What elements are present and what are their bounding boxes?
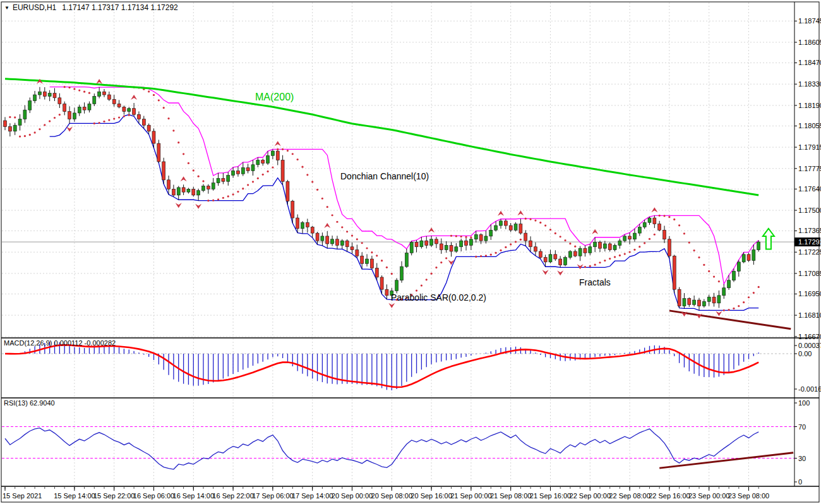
candle [340, 241, 344, 245]
price-axis-label: 1.17500 [798, 207, 821, 214]
candle [559, 259, 562, 265]
candle [28, 101, 32, 110]
candle [707, 297, 710, 301]
chart-window[interactable]: 1.187451.186051.184701.183301.181901.180… [0, 0, 821, 504]
chart-canvas[interactable]: 1.187451.186051.184701.183301.181901.180… [0, 0, 821, 504]
psar-dot [470, 236, 472, 238]
psar-dot [584, 266, 586, 268]
psar-dot [167, 117, 169, 119]
macd-axis-label: 0.00 [798, 350, 812, 357]
psar-dot [351, 234, 353, 236]
time-axis-label: 16 Sep 22:00 [212, 492, 253, 500]
fractal-down-arrow [577, 264, 584, 269]
psar-dot [193, 169, 195, 171]
rsi-layer[interactable] [2, 427, 794, 470]
psar-dot [440, 261, 442, 263]
buy-signal-arrow[interactable] [763, 229, 774, 249]
time-axis-label: 15 Sep 14:00 [54, 492, 95, 500]
candle [474, 235, 477, 239]
psar-dot [321, 198, 323, 200]
psar-dot [435, 267, 437, 268]
candle [133, 109, 136, 115]
psar-dot [515, 241, 517, 243]
price-axis-label: 1.18745 [798, 17, 821, 25]
psar-dot [554, 232, 556, 234]
psar-dot [450, 235, 452, 237]
time-axis-label: 22 Sep 08:00 [609, 492, 650, 500]
candle [98, 92, 101, 96]
candle [450, 245, 453, 251]
candle [167, 180, 171, 189]
candle [737, 262, 740, 271]
candle [623, 236, 626, 241]
price-axis-label: 1.18605 [798, 39, 821, 46]
psar-dot [99, 122, 100, 124]
candle [222, 178, 225, 181]
candle [207, 186, 210, 189]
price-axis-label: 1.17775 [798, 165, 821, 172]
candle [33, 95, 37, 101]
psar-dot [242, 188, 244, 189]
price-axis-label: 1.16810 [798, 311, 821, 319]
psar-dot [207, 200, 209, 201]
title-symbol: EURUSD,H1 [13, 3, 56, 12]
candle [63, 104, 66, 111]
psar-dot [332, 214, 333, 216]
psar-dot [723, 309, 725, 311]
rsi-trendline[interactable] [659, 453, 793, 468]
candle [78, 107, 81, 113]
candle [698, 300, 701, 306]
time-axis-label: 15 Sep 22:00 [93, 492, 135, 500]
candle [83, 107, 86, 110]
time-axis-label: 16 Sep 14:00 [173, 492, 214, 500]
candle [445, 245, 448, 249]
price-trendline[interactable] [669, 311, 791, 329]
candle [271, 151, 274, 155]
psar-dot [633, 249, 635, 251]
psar-dot [14, 116, 16, 118]
symbol-dropdown-icon[interactable]: ▼ [4, 5, 9, 11]
candle [301, 222, 304, 229]
candle [717, 296, 721, 303]
candle [757, 242, 760, 250]
candle [693, 300, 696, 304]
psar-dot [188, 162, 189, 164]
time-axis-label: 22 Sep 16:00 [649, 492, 690, 500]
candle [440, 244, 443, 250]
rsi-axis[interactable]: 10070300 [794, 399, 810, 486]
macd-axis[interactable]: 0.0003750.00-0.001627 [794, 342, 821, 393]
price-axis[interactable]: 1.187451.186051.184701.183301.181901.180… [794, 17, 821, 340]
candle [534, 247, 537, 251]
psar-dot [118, 116, 120, 118]
psar-dot [277, 148, 279, 150]
candle [578, 248, 582, 256]
time-axis[interactable]: 15 Sep 202115 Sep 14:0015 Sep 22:0016 Se… [3, 487, 769, 500]
psar-dot [609, 258, 611, 260]
price-axis-label: 1.18055 [798, 122, 821, 129]
psar-dot [39, 128, 40, 130]
psar-dot [589, 265, 591, 267]
candle [544, 258, 547, 262]
psar-dot [460, 236, 462, 237]
candle [519, 224, 522, 233]
psar-dot [262, 174, 264, 176]
psar-dot [177, 141, 179, 143]
candle [103, 92, 106, 95]
psar-dot [708, 270, 710, 272]
psar-dot [83, 91, 85, 93]
candle [380, 277, 383, 289]
psar-dot [549, 229, 551, 231]
psar-dot [282, 148, 284, 150]
candle [38, 92, 41, 95]
candle [430, 239, 433, 246]
candle [643, 222, 646, 227]
donchian-lower-line [50, 115, 759, 311]
price-axis-label: 1.17640 [798, 185, 821, 193]
psar-dot [758, 286, 760, 288]
donchian-upper-line [50, 87, 759, 284]
candle [152, 131, 155, 143]
macd-layer[interactable] [2, 342, 794, 390]
fractal-down-arrow [176, 203, 182, 208]
fractal-down-arrow [66, 126, 73, 131]
candle [202, 186, 205, 190]
